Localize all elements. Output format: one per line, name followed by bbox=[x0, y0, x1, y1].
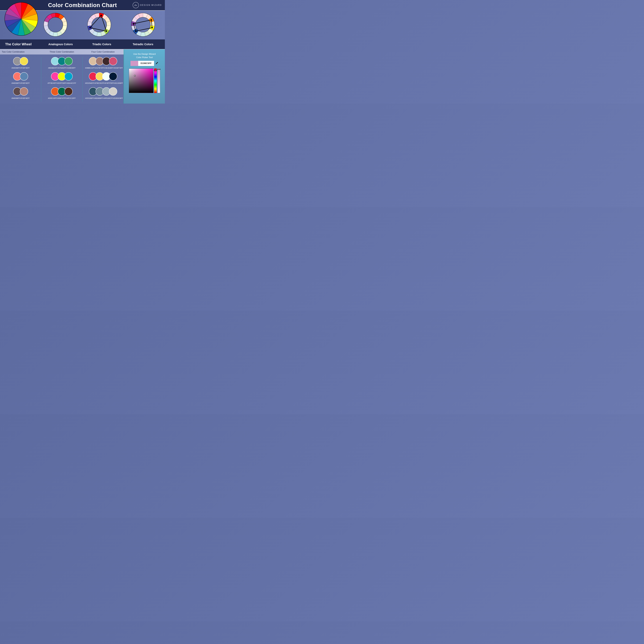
combination-tabs: Two Color Combination Three Color Combin… bbox=[0, 49, 124, 54]
color-wheel bbox=[4, 2, 39, 36]
label-triadic: Triadic Colors bbox=[81, 43, 122, 46]
color-swatch bbox=[64, 72, 73, 81]
analogous-ring bbox=[43, 12, 68, 38]
color-swatch bbox=[109, 57, 117, 65]
swatch-row bbox=[51, 87, 73, 96]
swatch-row bbox=[89, 57, 117, 65]
combinations-grid: #949398FF/#F4DF4EFF#949398FF/#F4DF4EFF#9… bbox=[0, 54, 124, 104]
brand-name: DESIGN WIZARD bbox=[140, 4, 162, 6]
swatch-row bbox=[51, 57, 73, 65]
picker-swatch bbox=[130, 61, 138, 66]
svg-point-13 bbox=[133, 23, 134, 24]
swatch-label: #95DBE5FF/#078282FF/#339E66FF bbox=[48, 67, 75, 69]
picker-cta-line1: Use the Design Wizard bbox=[133, 53, 156, 55]
swatch-row bbox=[51, 72, 73, 81]
swatch-label: #FF3EA5FF/#EDFF00FF/#00A4CCFF bbox=[48, 82, 76, 84]
swatch-row bbox=[13, 72, 28, 81]
swatch-label: #DBBEA1FF/#A37B73FF/#3E282BFF/#D34F73FF bbox=[85, 67, 121, 69]
color-swatch bbox=[20, 57, 28, 65]
color-swatch bbox=[20, 87, 28, 96]
tab-three-color[interactable]: Three Color Combination bbox=[41, 49, 82, 54]
svg-point-12 bbox=[135, 30, 137, 32]
section-labels: The Color Wheel Analogous Colors Triadic… bbox=[0, 39, 165, 49]
picker-cta-line2: Color Picker Tool bbox=[136, 56, 153, 59]
sv-handle[interactable] bbox=[134, 75, 136, 77]
color-swatch bbox=[64, 87, 73, 96]
triadic-ring bbox=[86, 12, 112, 38]
alpha-handle[interactable] bbox=[157, 69, 160, 70]
eyedropper-icon[interactable] bbox=[156, 62, 158, 65]
tab-two-color[interactable]: Two Color Combination bbox=[0, 49, 41, 54]
swatch-label: #949398FF/#F4DF4EFF bbox=[11, 97, 30, 99]
swatch-label: #2E5266FF/#6E8898FF/#9FB1BCFF/#D3D0CBFF bbox=[85, 97, 121, 99]
swatch-label: #949398FF/#F4DF4EFF bbox=[11, 82, 30, 84]
alpha-slider[interactable] bbox=[158, 69, 160, 93]
svg-point-9 bbox=[135, 17, 150, 32]
swatch-row bbox=[13, 87, 28, 96]
swatch-label: #E95C20FF/#006747FF/#4F2C1DFF bbox=[48, 97, 76, 99]
swatch-row bbox=[89, 87, 117, 96]
wheels-row bbox=[0, 11, 165, 39]
brand-logo: dw DESIGN WIZARD bbox=[133, 2, 162, 8]
swatch-label: #ED254EFF/#F9DC5CFF/#F4FFFDFF/#011936FF bbox=[85, 82, 121, 84]
svg-point-10 bbox=[151, 19, 152, 21]
swatch-row bbox=[89, 72, 117, 81]
tetradic-ring bbox=[130, 12, 156, 38]
picker-cta: Use the Design Wizard Color Picker Tool bbox=[133, 52, 156, 59]
label-tetradic: Tetradic Colors bbox=[122, 43, 164, 46]
svg-point-7 bbox=[89, 27, 91, 28]
saturation-value-canvas[interactable] bbox=[129, 69, 153, 93]
label-wheel: The Color Wheel bbox=[1, 42, 40, 46]
three-color-column: #95DBE5FF/#078282FF/#339E66FF#FF3EA5FF/#… bbox=[41, 57, 82, 102]
color-swatch bbox=[109, 72, 117, 81]
color-swatch bbox=[109, 87, 117, 96]
picker-hex-input[interactable]: D198C5FF bbox=[130, 61, 154, 66]
color-picker-panel: Use the Design Wizard Color Picker Tool … bbox=[124, 49, 165, 104]
tab-four-color[interactable]: Four Color Combination bbox=[82, 49, 124, 54]
four-color-column: #DBBEA1FF/#A37B73FF/#3E282BFF/#D34F73FF#… bbox=[83, 57, 124, 102]
swatch-label: #949398FF/#F4DF4EFF bbox=[11, 67, 30, 69]
brand-monogram: dw bbox=[133, 2, 139, 8]
svg-point-11 bbox=[151, 27, 153, 28]
hue-handle[interactable] bbox=[154, 70, 157, 71]
color-swatch bbox=[64, 57, 73, 65]
swatch-row bbox=[13, 57, 28, 65]
svg-point-5 bbox=[100, 15, 102, 16]
picker-hex-value: D198C5FF bbox=[138, 61, 154, 66]
two-color-column: #949398FF/#F4DF4EFF#949398FF/#F4DF4EFF#9… bbox=[0, 57, 41, 102]
svg-point-2 bbox=[48, 17, 63, 32]
label-analogous: Analogous Colors bbox=[40, 43, 81, 46]
hue-slider[interactable] bbox=[154, 69, 157, 93]
svg-point-6 bbox=[106, 30, 107, 32]
color-swatch bbox=[20, 72, 28, 81]
